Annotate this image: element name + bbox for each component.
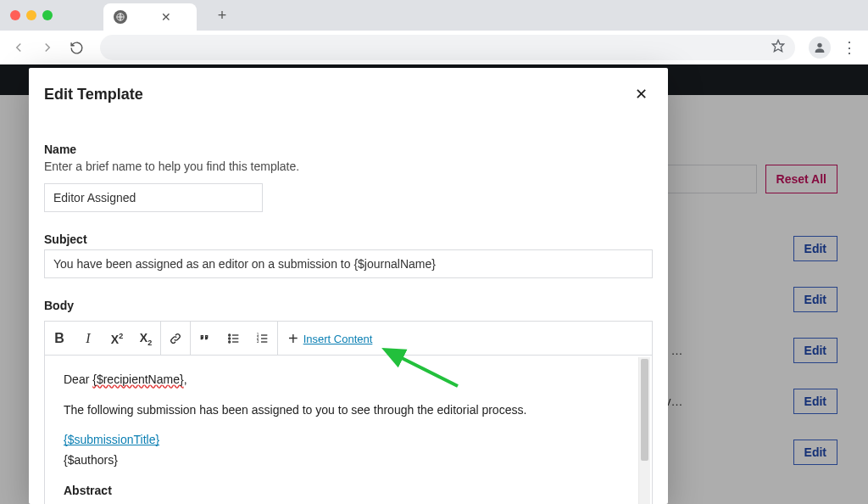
name-field: Name Enter a brief name to help you find…	[44, 143, 653, 212]
edit-template-modal: Edit Template ✕ Name Enter a brief name …	[29, 68, 668, 504]
blockquote-button[interactable]	[191, 322, 220, 356]
page-favicon	[114, 10, 127, 24]
link-button[interactable]	[161, 322, 190, 356]
ordered-list-button[interactable]: 123	[248, 322, 277, 356]
close-tab-icon[interactable]: ✕	[161, 10, 171, 24]
browser-tabstrip: ✕ +	[0, 0, 868, 31]
body-abstract-heading: Abstract	[64, 482, 633, 501]
bold-button[interactable]: B	[45, 322, 74, 356]
browser-menu-icon[interactable]: ⋮	[839, 37, 860, 58]
bookmark-star-icon[interactable]	[771, 39, 785, 56]
subject-field: Subject	[44, 232, 653, 278]
body-submission-title-var[interactable]: {$submissionTitle}	[64, 433, 159, 446]
bullet-list-button[interactable]	[220, 322, 248, 356]
name-label: Name	[44, 143, 653, 156]
window-controls	[10, 10, 53, 20]
browser-chrome: ✕ + ⋮	[0, 0, 868, 64]
superscript-button[interactable]: X2	[103, 322, 131, 356]
maximize-window-dot[interactable]	[42, 10, 53, 20]
body-para1: The following submission has been assign…	[64, 401, 633, 420]
forward-button[interactable]	[37, 37, 58, 58]
svg-point-2	[817, 43, 821, 48]
svg-text:3: 3	[257, 339, 259, 344]
back-button[interactable]	[8, 37, 29, 58]
editor-toolbar: B I X2 X2	[45, 322, 652, 356]
plus-icon: +	[288, 330, 298, 347]
body-label: Body	[44, 299, 653, 312]
svg-point-5	[229, 341, 231, 343]
body-field: Body B I X2 X2	[44, 299, 653, 504]
name-input[interactable]	[44, 183, 263, 212]
new-tab-button[interactable]: +	[210, 3, 234, 27]
subject-label: Subject	[44, 232, 653, 246]
profile-avatar[interactable]	[809, 36, 831, 59]
subject-input[interactable]	[44, 249, 653, 278]
modal-header: Edit Template ✕	[44, 83, 653, 105]
minimize-window-dot[interactable]	[26, 10, 36, 20]
reload-button[interactable]	[66, 37, 86, 58]
italic-button[interactable]: I	[74, 322, 103, 356]
editor-scrollbar[interactable]	[638, 357, 650, 504]
subscript-button[interactable]: X2	[131, 322, 160, 356]
modal-close-button[interactable]: ✕	[630, 83, 653, 105]
address-bar[interactable]	[100, 35, 795, 60]
browser-toolbar: ⋮	[0, 31, 868, 64]
body-greeting: Dear {$recipientName},	[64, 371, 633, 389]
editor-content[interactable]: Dear {$recipientName}, The following sub…	[45, 356, 652, 504]
insert-content-label: Insert Content	[303, 333, 373, 345]
svg-marker-1	[772, 40, 783, 51]
close-window-dot[interactable]	[10, 10, 20, 20]
browser-tab[interactable]: ✕	[103, 3, 197, 31]
svg-point-4	[229, 338, 231, 339]
insert-content-button[interactable]: + Insert Content	[278, 322, 382, 356]
body-authors-var: {$authors}	[64, 451, 633, 470]
rich-text-editor: B I X2 X2	[44, 321, 653, 504]
editor-scroll-thumb[interactable]	[641, 359, 648, 461]
name-help: Enter a brief name to help you find this…	[44, 160, 653, 173]
svg-point-3	[229, 334, 231, 336]
modal-title: Edit Template	[44, 86, 143, 104]
